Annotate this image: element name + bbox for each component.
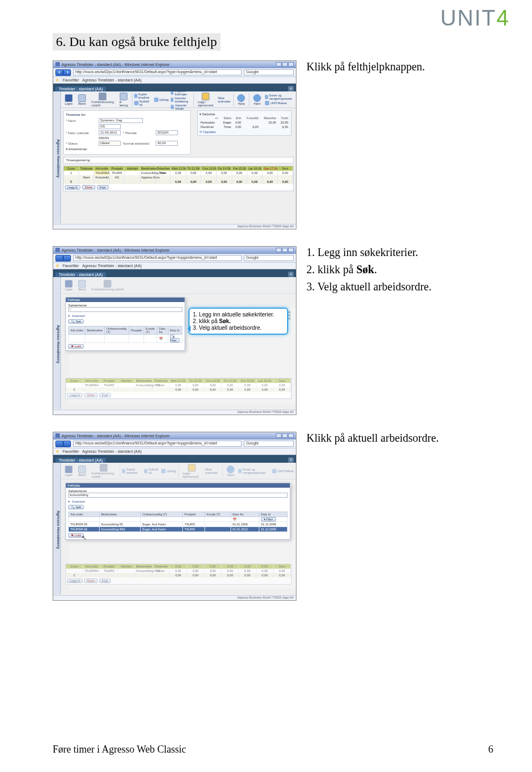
browser-search-field[interactable]: Google xyxy=(244,255,294,261)
status-bar: Agresso Business World 773020 dags AA xyxy=(53,410,296,415)
arbeidstimer-toggle[interactable]: ▾ Arbeidstimer xyxy=(66,147,87,151)
browser-search-field[interactable]: Google xyxy=(244,69,294,75)
tb-hjelp[interactable]: Hjelp xyxy=(236,94,247,105)
tb-import-koblinger[interactable]: Importer koblinger xyxy=(171,91,191,96)
avansert-toggle[interactable]: ▾ Avansert xyxy=(68,499,288,503)
cursor-icon: ↖ xyxy=(81,534,86,541)
felthjelp-title: Felthjelp xyxy=(66,483,290,488)
grid-delete-button[interactable]: Slette xyxy=(84,393,98,397)
saldo-oppdater[interactable]: ⟳ Oppdater xyxy=(200,130,216,134)
input-navn[interactable]: Syversen, Dag xyxy=(99,118,143,123)
tb-import-time[interactable]: Importer timeføring xyxy=(171,96,191,103)
sok-button[interactable]: 🔍 Søk xyxy=(68,319,84,324)
forward-button[interactable] xyxy=(63,69,71,76)
forward-button[interactable] xyxy=(63,255,71,262)
toolbar-separator xyxy=(132,93,132,106)
back-button[interactable] xyxy=(55,255,63,262)
input-dato[interactable]: 11.06.2012 xyxy=(99,130,121,135)
minimize-button[interactable] xyxy=(276,248,282,252)
maximize-button[interactable] xyxy=(282,248,288,252)
sok-button[interactable]: 🔍 Søk xyxy=(68,505,84,509)
grid-row[interactable]: 1 TKURS54TKURS Kursutvikling R66 Timer0,… xyxy=(64,171,293,175)
grid-copy-button[interactable]: Kopi xyxy=(99,393,111,397)
tab-close-icon[interactable]: × xyxy=(288,457,294,463)
input-status[interactable]: Utkast xyxy=(99,141,121,146)
tb-u4ideas[interactable]: UNIT4Ideas xyxy=(265,101,294,105)
label-navn: Navn xyxy=(66,119,96,122)
section-heading: 6. Du kan også bruke felthjelp xyxy=(53,33,221,50)
url-field[interactable]: http://noos-wsdw02pc1/dsnfinance5631/Def… xyxy=(73,69,242,75)
window-titlebar: Agresso Timelister - standard (AA) - Win… xyxy=(53,61,296,68)
toolbar-separator xyxy=(249,93,249,106)
result-row-selected[interactable]: TKURSR-66Kursutvikling R66Sugar, Aud-Kat… xyxy=(69,527,288,532)
filter-row[interactable]: 📅▾ Filter xyxy=(69,517,288,522)
back-button[interactable] xyxy=(55,441,63,447)
tb-nullstill[interactable]: Nullstill tid xyxy=(134,100,151,106)
time-grid-blurred: ZoomArb.ordre ProsjektAktivitet Beskrive… xyxy=(65,564,291,585)
tb-info[interactable]: Hjem xyxy=(252,94,263,105)
grid-delete-button[interactable]: Slette xyxy=(82,185,95,190)
sok-input[interactable]: | xyxy=(68,307,182,312)
tb-elearn[interactable]: E-læring xyxy=(117,93,129,107)
app-tabstrip: Timelister - standard (AA) × xyxy=(53,84,296,91)
grid-add-button[interactable]: Legg til xyxy=(67,579,83,583)
url-field[interactable]: http://noos-wsdw02pc1/dsnfinance5631/Def… xyxy=(73,255,242,261)
tb-blank[interactable]: Blank xyxy=(76,94,88,105)
close-button[interactable] xyxy=(288,433,294,438)
ideas-icon xyxy=(265,101,269,105)
tb-utdrag[interactable]: Utdrag xyxy=(154,98,169,102)
favorites-tab[interactable]: Agresso Timelister - standard (AA) xyxy=(83,264,142,268)
label-norm: Normal arbeidstid xyxy=(123,142,154,145)
tb-mine[interactable]: Mine snarveier xyxy=(218,96,231,103)
back-button[interactable] xyxy=(55,69,63,76)
app-tab[interactable]: Timelister - standard (AA) xyxy=(55,86,106,91)
result-row[interactable]: TKURSR-55Kursutvikling-55Sugar, Aud-Katr… xyxy=(69,522,288,527)
close-button[interactable] xyxy=(288,62,294,67)
sidebar[interactable]: Agresso Hovedmeny xyxy=(53,463,61,595)
saldo-header-row: +/-SaldoEnh ForeslåttBekreftetTotalt xyxy=(200,116,289,120)
input-periode[interactable]: 201224 xyxy=(156,130,178,135)
grid-add-button[interactable]: Legg til xyxy=(65,185,80,190)
tb-mine[interactable]: Mine snarveier xyxy=(205,468,220,474)
minimize-button[interactable] xyxy=(276,62,282,67)
favorites-star-icon[interactable]: ★ xyxy=(55,78,59,83)
sok-input[interactable]: kursutvikling xyxy=(68,493,288,498)
sidebar[interactable]: Agresso Hovedmeny xyxy=(53,91,61,223)
tab-close-icon[interactable]: × xyxy=(288,86,294,91)
browser-search-field[interactable]: Google xyxy=(244,441,294,447)
favorites-bar: ★ Favoritter Agresso Timelister - standa… xyxy=(53,77,296,84)
grid-copy-button[interactable]: Kopi xyxy=(97,185,109,190)
grid-add-button[interactable]: Legg til xyxy=(67,393,83,397)
label-periode: Periode xyxy=(123,131,154,135)
avansert-toggle[interactable]: ▾ Avansert xyxy=(68,314,182,318)
input-navn-code[interactable]: DS xyxy=(99,124,121,129)
close-button[interactable] xyxy=(288,248,294,252)
tb-import-fravaer[interactable]: Importer fravær xyxy=(171,104,191,110)
tb-soner[interactable]: Soner og navigeringstaster xyxy=(265,94,294,100)
app-tab[interactable]: Timelister - standard (AA) xyxy=(55,458,106,463)
address-bar: http://noos-wsdw02pc1/dsnfinance5631/Def… xyxy=(53,68,296,77)
url-field[interactable]: http://noos-wsdw02pc1/dsnfinance5631/Def… xyxy=(73,441,242,447)
favorites-star-icon[interactable]: ★ xyxy=(55,263,59,268)
tb-save[interactable]: Lagre xyxy=(63,94,74,105)
maximize-button[interactable] xyxy=(282,62,288,67)
grid-copy-button[interactable]: Kopi xyxy=(99,579,111,583)
sidebar[interactable]: Agresso Hovedmeny xyxy=(53,277,61,409)
filter-button[interactable]: ▾ Filter xyxy=(170,335,180,342)
callout-step-3: 3. Velg aktuell arbeidsordre. xyxy=(193,325,284,331)
filter-row[interactable]: 📅▾ Filter xyxy=(69,335,182,343)
tab-close-icon[interactable]: × xyxy=(288,272,294,277)
forward-button[interactable] xyxy=(63,441,71,447)
lukk-button[interactable]: ✖ Lukk xyxy=(68,344,84,349)
tb-starmerk[interactable]: Legg i stjernemerk xyxy=(196,93,216,107)
maximize-button[interactable] xyxy=(282,433,288,438)
app-tab[interactable]: Timelister - standard (AA) xyxy=(55,272,106,277)
minimize-button[interactable] xyxy=(276,433,282,438)
favorites-tab[interactable]: Agresso Timelister - standard (AA) xyxy=(83,449,142,453)
tb-print[interactable]: Forhåndsvisning utskrift xyxy=(90,93,115,107)
filter-button[interactable]: ▾ Filter xyxy=(261,517,276,522)
favorites-tab[interactable]: Agresso Timelister - standard (AA) xyxy=(83,78,142,82)
tb-kopier[interactable]: Kopier timeliste xyxy=(134,93,151,99)
grid-delete-button[interactable]: Slette xyxy=(84,579,98,583)
grid-header: ZoomTidskode Arb.ordreProsjekt Aktivitet… xyxy=(64,166,293,171)
